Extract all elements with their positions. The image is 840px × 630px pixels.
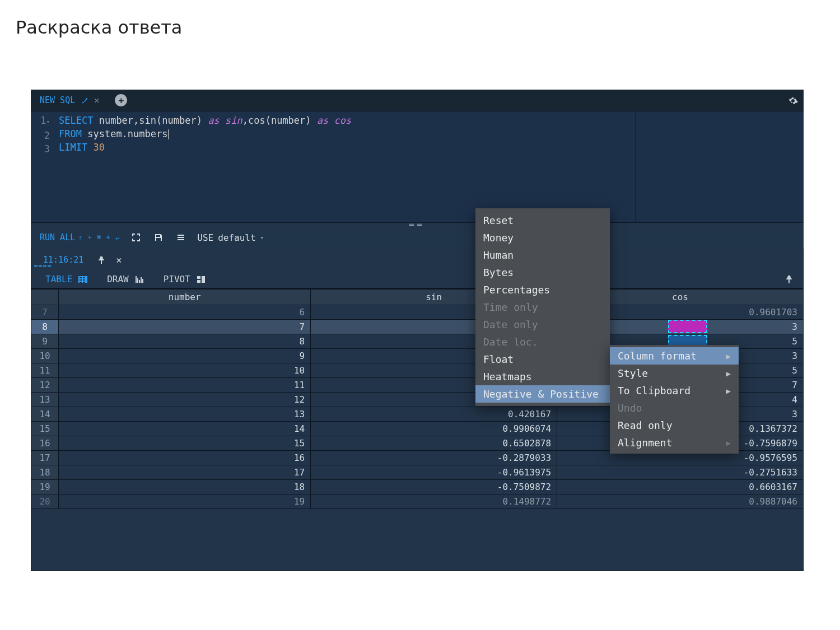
format-item-heatmaps[interactable]: Heatmaps (475, 368, 610, 385)
cell-cos[interactable]: -0.2751633 (557, 465, 804, 480)
cell-sin[interactable]: 0.6502878 (311, 436, 557, 451)
cell-number[interactable]: 8 (59, 334, 311, 349)
cell-number[interactable]: 18 (59, 480, 311, 494)
mode-pivot[interactable]: PIVOT (164, 273, 206, 284)
grid-context-menu[interactable]: Column format▶Style▶To Clipboard▶UndoRea… (610, 345, 739, 454)
query-timestamp: 11:16:21 (43, 255, 83, 265)
cell-cos[interactable]: 0.9887046 (557, 494, 804, 509)
close-result-icon[interactable]: ✕ (116, 254, 122, 265)
fullscreen-icon[interactable] (130, 233, 142, 242)
ctx-item-read-only[interactable]: Read only (610, 417, 739, 434)
chevron-right-icon: ▶ (726, 352, 731, 361)
column-format-submenu[interactable]: ResetMoneyHumanBytesPercentagesTime only… (475, 208, 610, 406)
cell-number[interactable]: 7 (59, 320, 311, 334)
sql-editor[interactable]: 1▾ 2 3 SELECT number,sin(number) as sin,… (31, 111, 804, 223)
col-number[interactable]: number (59, 290, 311, 305)
pivot-icon (196, 273, 206, 284)
line-gutter: 1▾ 2 3 (31, 114, 54, 156)
pin-icon[interactable] (97, 254, 106, 265)
use-value: default (218, 232, 255, 243)
chevron-down-icon: ▾ (260, 234, 264, 241)
table-row[interactable]: 760.9601703 (31, 305, 804, 320)
cell-sin[interactable]: 0.9906074 (311, 422, 557, 436)
table-row[interactable]: 20190.14987720.9887046 (31, 494, 804, 509)
row-number[interactable]: 19 (31, 480, 59, 494)
tab-label: NEW SQL (40, 95, 75, 105)
format-item-date-only: Date only (475, 316, 610, 333)
cell-sin[interactable]: 0.420167 (311, 407, 557, 422)
cell-number[interactable]: 19 (59, 494, 311, 509)
chart-icon (134, 273, 144, 284)
ctx-item-column-format[interactable]: Column format▶ (610, 347, 739, 365)
cell-number[interactable]: 15 (59, 436, 311, 451)
format-item-time-only: Time only (475, 298, 610, 316)
view-mode-tabs: TABLE DRAW PIVOT (31, 265, 804, 288)
menu-icon[interactable] (175, 233, 187, 242)
cell-sin[interactable]: 0.1498772 (311, 494, 557, 509)
sql-app-window: NEW SQL ✕ + 1▾ 2 3 SELECT number,sin(num… (31, 90, 804, 571)
row-number[interactable]: 17 (31, 451, 59, 465)
ctx-item-undo: Undo (610, 399, 739, 417)
add-tab-button[interactable]: + (115, 94, 127, 106)
save-icon[interactable] (152, 233, 165, 242)
table-row[interactable]: 1817-0.9613975-0.2751633 (31, 465, 804, 480)
format-item-float[interactable]: Float (475, 351, 610, 368)
row-number[interactable]: 7 (31, 305, 59, 320)
row-number[interactable]: 14 (31, 407, 59, 422)
cell-sin[interactable]: -0.2879033 (311, 451, 557, 465)
cell-cos[interactable]: 0.6603167 (557, 480, 804, 494)
format-item-percentages[interactable]: Percentages (475, 281, 610, 298)
table-icon (78, 273, 88, 284)
sql-tab[interactable]: NEW SQL ✕ (34, 90, 105, 111)
page-heading: Раскраска ответа (0, 0, 840, 38)
row-number[interactable]: 10 (31, 349, 59, 363)
format-item-negative-positive[interactable]: Negative & Positive (475, 385, 610, 403)
format-item-bytes[interactable]: Bytes (475, 264, 610, 281)
cell-sin[interactable]: -0.9613975 (311, 465, 557, 480)
cell-number[interactable]: 16 (59, 451, 311, 465)
row-number[interactable]: 18 (31, 465, 59, 480)
row-number[interactable]: 12 (31, 378, 59, 393)
cell-number[interactable]: 6 (59, 305, 311, 320)
row-number[interactable]: 9 (31, 334, 59, 349)
format-item-money[interactable]: Money (475, 229, 610, 246)
cell-number[interactable]: 10 (59, 363, 311, 378)
cell-sin[interactable]: -0.7509872 (311, 480, 557, 494)
row-number[interactable]: 8 (31, 320, 59, 334)
running-indicator (34, 265, 51, 267)
ctx-item-style[interactable]: Style▶ (610, 365, 739, 382)
mode-table[interactable]: TABLE (45, 273, 88, 284)
sql-code[interactable]: SELECT number,sin(number) as sin,cos(num… (31, 114, 804, 154)
ctx-item-alignment[interactable]: Alignment▶ (610, 434, 739, 451)
row-number[interactable]: 16 (31, 436, 59, 451)
cell-number[interactable]: 13 (59, 407, 311, 422)
settings-gear-icon[interactable] (788, 94, 798, 106)
row-number[interactable]: 11 (31, 363, 59, 378)
format-item-human[interactable]: Human (475, 246, 610, 264)
tab-bar: NEW SQL ✕ + (31, 90, 804, 111)
results-tab-bar: 11:16:21 ✕ (31, 249, 804, 265)
table-header-row: number sin cos (31, 290, 804, 305)
pin-right-icon[interactable] (785, 274, 794, 284)
cell-number[interactable]: 9 (59, 349, 311, 363)
pencil-icon[interactable] (81, 95, 88, 105)
run-all-button[interactable]: RUN ALL ⇑ + ⌘ + ↵ (40, 232, 120, 242)
heat-cell (668, 320, 707, 333)
chevron-right-icon: ▶ (726, 438, 731, 447)
chevron-right-icon: ▶ (726, 369, 731, 378)
close-tab-icon[interactable]: ✕ (94, 95, 99, 105)
row-number[interactable]: 15 (31, 422, 59, 436)
mode-draw[interactable]: DRAW (107, 273, 144, 284)
database-selector[interactable]: USE default ▾ (197, 232, 264, 243)
format-item-reset[interactable]: Reset (475, 212, 610, 229)
cell-number[interactable]: 17 (59, 465, 311, 480)
row-number[interactable]: 20 (31, 494, 59, 509)
use-label: USE (197, 232, 213, 243)
cell-number[interactable]: 12 (59, 393, 311, 407)
ctx-item-to-clipboard[interactable]: To Clipboard▶ (610, 382, 739, 399)
table-row[interactable]: 1918-0.75098720.6603167 (31, 480, 804, 494)
row-number[interactable]: 13 (31, 393, 59, 407)
cell-number[interactable]: 11 (59, 378, 311, 393)
format-item-date-loc-: Date loc. (475, 333, 610, 351)
cell-number[interactable]: 14 (59, 422, 311, 436)
